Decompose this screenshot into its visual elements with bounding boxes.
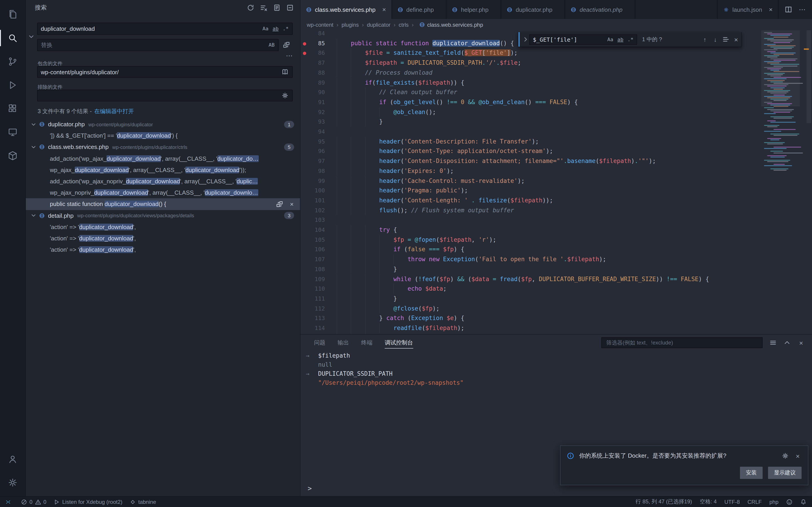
breadcrumb-item[interactable]: wp-content: [307, 21, 333, 28]
tab-close-icon[interactable]: ×: [381, 6, 387, 13]
tab-class.web.services.php[interactable]: class.web.services.php×: [300, 0, 392, 19]
code-editor[interactable]: 84●85public static function duplicator_d…: [300, 30, 812, 334]
search-match-row[interactable]: 'action' => 'duplicator_download',: [26, 221, 300, 232]
search-match-row[interactable]: add_action('wp_ajax_duplicator_download'…: [26, 153, 300, 164]
search-match-row[interactable]: wp_ajax_nopriv_duplicator_download', arr…: [26, 187, 300, 198]
search-match-row[interactable]: add_action('wp_ajax_nopriv_duplicator_do…: [26, 176, 300, 187]
tabnine-status[interactable]: tabnine: [130, 499, 156, 505]
search-file-row[interactable]: class.web.services.phpwp-content/plugins…: [26, 142, 300, 153]
search-file-row[interactable]: duplicator.phpwp-content/plugins/duplica…: [26, 119, 300, 130]
feedback-icon[interactable]: [786, 499, 793, 505]
chevron-down-icon[interactable]: [30, 121, 37, 127]
show-recommendations-button[interactable]: 显示建议: [768, 467, 802, 479]
more-actions-icon[interactable]: ⋯: [799, 6, 806, 13]
breakpoint-dot[interactable]: ●: [300, 39, 309, 48]
files-icon[interactable]: [0, 3, 26, 26]
xdebug-status[interactable]: Listen for Xdebug (root2): [54, 499, 122, 505]
toggle-search-details-icon[interactable]: ⋯: [286, 53, 293, 59]
regex-toggle[interactable]: .*: [282, 25, 290, 32]
tab-duplicator.php[interactable]: duplicator.php: [501, 0, 565, 19]
dismiss-match-icon[interactable]: ×: [288, 201, 295, 208]
panel-menu-icon[interactable]: [769, 339, 777, 346]
run-debug-icon[interactable]: [0, 73, 26, 97]
find-whole-word-toggle[interactable]: ab: [616, 36, 625, 43]
files-include-input[interactable]: [40, 68, 279, 76]
tab-launch.json[interactable]: launch.json×: [717, 0, 778, 19]
language-mode[interactable]: php: [769, 499, 778, 505]
find-in-selection-icon[interactable]: [720, 34, 731, 45]
maximize-panel-icon[interactable]: [783, 339, 791, 346]
toggle-replace-icon[interactable]: [28, 33, 35, 40]
search-match-row[interactable]: 'action' => 'duplicator_download',: [26, 244, 300, 255]
whole-word-toggle[interactable]: ab: [271, 25, 280, 32]
tab-close-icon[interactable]: ×: [768, 6, 774, 13]
breadcrumb-item[interactable]: class.web.services.php: [417, 21, 483, 28]
package-icon[interactable]: [0, 144, 26, 168]
find-regex-toggle[interactable]: .*: [626, 36, 635, 43]
tab-deactivation.php[interactable]: deactivation.php: [565, 0, 635, 19]
refresh-icon[interactable]: [247, 4, 254, 11]
search-match-row[interactable]: 'action' => 'duplicator_download',: [26, 233, 300, 244]
account-icon[interactable]: [0, 447, 26, 471]
extensions-icon[interactable]: [0, 97, 26, 120]
search-input[interactable]: [40, 25, 260, 33]
files-exclude-input[interactable]: [40, 92, 279, 99]
tab-define.php[interactable]: define.php: [392, 0, 446, 19]
panel-tab-terminal[interactable]: 终端: [361, 335, 372, 351]
breadcrumb-item[interactable]: ctrls: [399, 21, 409, 28]
toggle-replace-chevron-icon[interactable]: [521, 36, 529, 43]
notification-close-icon[interactable]: ×: [794, 452, 802, 460]
find-widget-sash[interactable]: [518, 32, 520, 47]
previous-match-icon[interactable]: ↑: [700, 34, 710, 45]
clear-search-results-icon[interactable]: [260, 4, 267, 11]
collapse-all-icon[interactable]: [286, 4, 294, 11]
panel-tab-debug-console[interactable]: 调试控制台: [385, 335, 413, 351]
search-match-row[interactable]: wp_ajax_duplicator_download', array(__CL…: [26, 164, 300, 176]
chevron-down-icon[interactable]: [30, 144, 37, 150]
panel-tab-output[interactable]: 输出: [338, 335, 349, 351]
exclude-settings-gear-icon[interactable]: [280, 92, 290, 100]
breadcrumb-item[interactable]: plugins: [342, 21, 359, 28]
problems-status[interactable]: 0 0: [21, 499, 46, 505]
remote-explorer-icon[interactable]: [0, 120, 26, 144]
source-control-icon[interactable]: [0, 50, 26, 73]
preserve-case-toggle[interactable]: AB: [267, 42, 276, 48]
find-input-box[interactable]: $_GET['file'] Aa ab .*: [529, 34, 637, 45]
breakpoint-dot[interactable]: ●: [300, 49, 309, 58]
book-icon[interactable]: [280, 68, 290, 76]
settings-gear-icon[interactable]: [0, 471, 26, 494]
search-icon[interactable]: [0, 26, 26, 50]
console-prompt-chevron[interactable]: >: [308, 484, 312, 493]
breadcrumb-item[interactable]: duplicator: [367, 21, 390, 28]
find-match-case-toggle[interactable]: Aa: [606, 36, 615, 43]
open-in-editor-link[interactable]: 在编辑器中打开: [94, 108, 134, 115]
search-match-row[interactable]: public static function duplicator_downlo…: [26, 199, 300, 210]
search-match-row[interactable]: ']) && $_GET['action'] == 'duplicator_do…: [26, 130, 300, 141]
editor-scrollbar[interactable]: [800, 30, 812, 334]
install-button[interactable]: 安装: [740, 467, 763, 479]
search-file-row[interactable]: detail.phpwp-content/plugins/duplicator/…: [26, 210, 300, 221]
minimap[interactable]: [761, 30, 800, 334]
panel-tab-problems[interactable]: 问题: [314, 335, 325, 351]
find-query[interactable]: $_GET['file']: [533, 36, 605, 43]
cursor-position[interactable]: 行 85, 列 47 (已选择19): [636, 498, 692, 506]
remote-indicator[interactable]: [3, 498, 14, 505]
close-find-icon[interactable]: ×: [731, 34, 741, 45]
replace-all-icon[interactable]: [283, 41, 291, 49]
match-case-toggle[interactable]: Aa: [261, 25, 270, 32]
encoding-status[interactable]: UTF-8: [724, 499, 740, 505]
notifications-bell-icon[interactable]: [800, 499, 807, 505]
replace-input[interactable]: [40, 41, 266, 49]
split-editor-icon[interactable]: [785, 6, 792, 13]
eol-status[interactable]: CRLF: [748, 499, 762, 505]
notification-gear-icon[interactable]: [782, 452, 789, 460]
indentation-status[interactable]: 空格: 4: [700, 498, 717, 506]
scrollbar-thumb[interactable]: [807, 30, 811, 123]
replace-match-icon[interactable]: [276, 201, 283, 208]
close-panel-icon[interactable]: ×: [798, 339, 805, 346]
open-new-search-editor-icon[interactable]: [273, 4, 281, 11]
tab-helper.php[interactable]: helper.php: [447, 0, 501, 19]
next-match-icon[interactable]: ↓: [710, 34, 720, 45]
chevron-down-icon[interactable]: [30, 212, 37, 219]
console-filter-input[interactable]: [605, 339, 759, 346]
